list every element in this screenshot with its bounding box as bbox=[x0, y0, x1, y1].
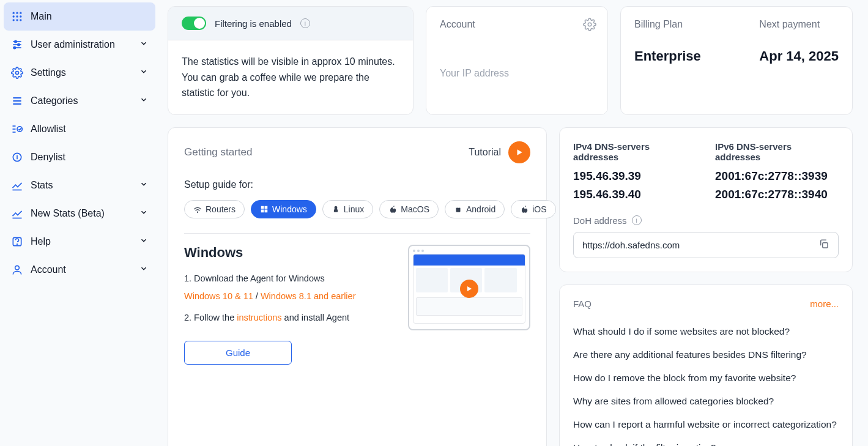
svg-point-1 bbox=[16, 12, 18, 14]
ipv4-address-2: 195.46.39.40 bbox=[573, 185, 697, 204]
denylist-icon bbox=[11, 151, 23, 163]
sidebar-item-denylist[interactable]: Denylist bbox=[4, 143, 155, 171]
chart-icon bbox=[11, 179, 23, 191]
svg-point-12 bbox=[18, 43, 20, 45]
list-icon bbox=[11, 95, 23, 107]
svg-point-6 bbox=[13, 19, 15, 21]
svg-rect-33 bbox=[261, 209, 264, 212]
step-1: 1. Download the Agent for Windows bbox=[184, 272, 390, 286]
platform-ios[interactable]: iOS bbox=[511, 200, 555, 218]
link-instructions[interactable]: instructions bbox=[237, 313, 281, 322]
sidebar-item-label: Categories bbox=[31, 95, 78, 106]
sidebar-item-main[interactable]: Main bbox=[4, 2, 155, 31]
info-icon[interactable]: i bbox=[300, 18, 310, 28]
filtering-card: Filtering is enabled i The statistics wi… bbox=[168, 6, 414, 115]
svg-point-8 bbox=[20, 19, 21, 21]
tutorial-label: Tutorial bbox=[469, 147, 501, 158]
link-windows-10-11[interactable]: Windows 10 & 11 bbox=[184, 291, 253, 301]
faq-item[interactable]: What should I do if some websites are no… bbox=[573, 320, 839, 343]
ipv6-label: IPv6 DNS-servers addresses bbox=[715, 141, 839, 162]
step-2: 2. Follow the instructions and install A… bbox=[184, 311, 390, 325]
svg-rect-31 bbox=[261, 206, 264, 209]
sidebar-item-account[interactable]: Account bbox=[4, 256, 155, 284]
chevron-down-icon bbox=[139, 264, 148, 275]
link-windows-8[interactable]: Windows 8.1 and earlier bbox=[261, 291, 356, 301]
platform-windows[interactable]: Windows bbox=[251, 200, 316, 218]
svg-point-22 bbox=[17, 127, 22, 132]
platform-routers[interactable]: Routers bbox=[184, 200, 245, 218]
billing-plan-value: Enterprise bbox=[634, 48, 701, 64]
svg-point-36 bbox=[457, 207, 458, 207]
faq-title: FAQ bbox=[573, 299, 592, 309]
faq-more-link[interactable]: more... bbox=[810, 299, 839, 309]
sidebar-item-label: Allowlist bbox=[31, 124, 66, 135]
copy-icon[interactable] bbox=[818, 239, 829, 251]
sidebar-item-allowlist[interactable]: Allowlist bbox=[4, 115, 155, 143]
filtering-label: Filtering is enabled bbox=[215, 18, 292, 29]
svg-point-28 bbox=[588, 23, 592, 26]
ipv4-address-1: 195.46.39.39 bbox=[573, 167, 697, 185]
sidebar-item-help[interactable]: Help bbox=[4, 228, 155, 256]
platform-linux[interactable]: Linux bbox=[322, 200, 373, 218]
next-payment-label: Next payment bbox=[759, 19, 839, 30]
grid-icon bbox=[11, 10, 23, 23]
chevron-down-icon bbox=[139, 236, 148, 247]
billing-card: Billing Plan Enterprise Next payment Apr… bbox=[620, 6, 853, 115]
gear-icon bbox=[11, 67, 23, 79]
account-title: Account bbox=[440, 19, 594, 30]
platform-macos[interactable]: MacOS bbox=[379, 200, 439, 218]
getting-started-title: Getting started bbox=[184, 146, 253, 158]
svg-rect-39 bbox=[823, 242, 828, 247]
faq-card: FAQ more... What should I do if some web… bbox=[559, 284, 853, 446]
faq-item[interactable]: How to check if the filter is active? bbox=[573, 436, 839, 446]
doh-address-input[interactable] bbox=[582, 240, 818, 250]
ipv6-address-2: 2001:67c:2778::3940 bbox=[715, 185, 839, 204]
sidebar-item-label: Help bbox=[31, 236, 51, 247]
chart-icon bbox=[11, 207, 23, 220]
sidebar-item-user-administration[interactable]: User administration bbox=[4, 31, 155, 59]
ipv6-address-1: 2001:67c:2778::3939 bbox=[715, 167, 839, 185]
sidebar-item-new-stats[interactable]: New Stats (Beta) bbox=[4, 199, 155, 228]
sidebar-item-stats[interactable]: Stats bbox=[4, 171, 155, 199]
platform-android[interactable]: Android bbox=[445, 200, 505, 218]
user-icon bbox=[11, 264, 23, 276]
tutorial-thumbnail[interactable] bbox=[408, 245, 530, 330]
platform-heading: Windows bbox=[184, 245, 390, 261]
allowlist-icon bbox=[11, 123, 23, 135]
svg-point-2 bbox=[20, 12, 21, 14]
svg-rect-34 bbox=[265, 209, 268, 212]
billing-plan-label: Billing Plan bbox=[634, 19, 701, 30]
svg-point-27 bbox=[15, 266, 20, 270]
tutorial-play-button[interactable] bbox=[508, 141, 530, 163]
sidebar-item-label: Denylist bbox=[31, 152, 65, 163]
faq-item[interactable]: How can I report a harmful website or in… bbox=[573, 413, 839, 436]
chevron-down-icon bbox=[139, 95, 148, 106]
svg-point-37 bbox=[459, 207, 459, 207]
svg-point-35 bbox=[334, 206, 337, 210]
sidebar-item-label: Settings bbox=[31, 67, 66, 78]
sliders-icon bbox=[11, 39, 23, 51]
dns-card: IPv4 DNS-servers addresses 195.46.39.39 … bbox=[559, 127, 853, 272]
sidebar-item-label: Account bbox=[31, 264, 66, 275]
sidebar-item-label: Stats bbox=[31, 180, 53, 191]
svg-point-30 bbox=[197, 212, 198, 212]
chevron-down-icon bbox=[139, 180, 148, 191]
svg-point-0 bbox=[13, 12, 15, 14]
gear-icon[interactable] bbox=[583, 18, 596, 33]
faq-item[interactable]: How do I remove the block from my favori… bbox=[573, 366, 839, 390]
ip-address-label: Your IP address bbox=[440, 68, 594, 79]
info-icon[interactable]: i bbox=[632, 215, 642, 225]
svg-point-26 bbox=[17, 244, 18, 245]
faq-item[interactable]: Why are sites from allowed categories bl… bbox=[573, 390, 839, 413]
svg-rect-32 bbox=[265, 206, 268, 209]
sidebar-item-settings[interactable]: Settings bbox=[4, 59, 155, 87]
next-payment-value: Apr 14, 2025 bbox=[759, 48, 839, 64]
doh-input-wrapper bbox=[573, 232, 839, 258]
guide-button[interactable]: Guide bbox=[184, 341, 292, 365]
filtering-toggle[interactable] bbox=[182, 17, 206, 30]
sidebar-item-categories[interactable]: Categories bbox=[4, 87, 155, 115]
chevron-down-icon bbox=[139, 67, 148, 78]
sidebar-item-label: User administration bbox=[31, 39, 115, 50]
svg-point-15 bbox=[16, 72, 19, 75]
faq-item[interactable]: Are there any additional features beside… bbox=[573, 343, 839, 366]
